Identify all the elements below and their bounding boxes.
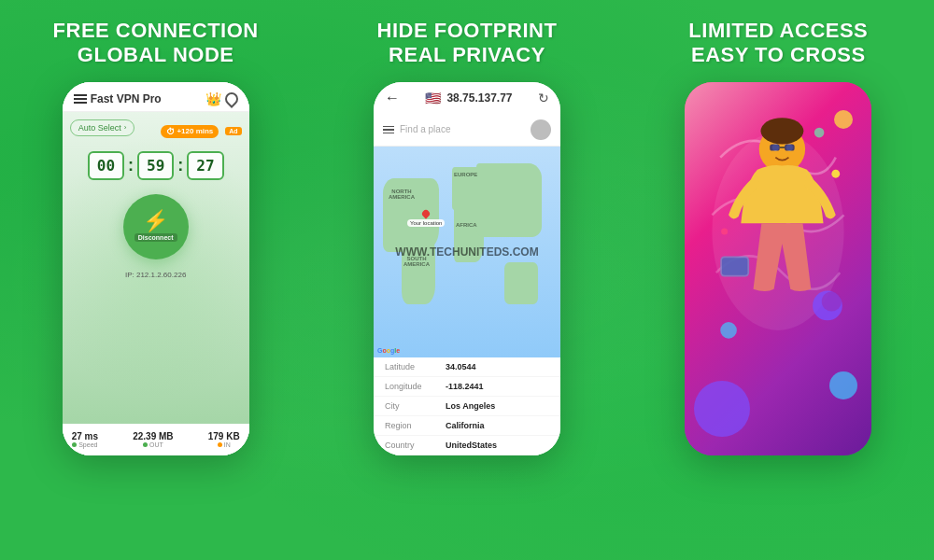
svg-point-2 xyxy=(761,118,804,144)
right-title: LIMITED ACCESS EASY TO CROSS xyxy=(688,19,868,68)
svg-rect-5 xyxy=(770,144,780,150)
flag-ip-row: 🇺🇸 38.75.137.77 xyxy=(425,91,512,105)
timer-minutes: 59 xyxy=(137,151,174,180)
country-row: Country UnitedStates xyxy=(374,436,560,455)
city-row: City Los Angeles xyxy=(374,397,560,416)
back-arrow-icon[interactable]: ← xyxy=(385,90,400,106)
hamburger-icon[interactable] xyxy=(74,94,87,104)
svg-point-11 xyxy=(822,291,842,311)
south-america-label: SOUTHAMERICA xyxy=(403,256,430,267)
south-america-land xyxy=(402,241,435,304)
left-title: FREE CONNECTION GLOBAL NODE xyxy=(53,19,259,68)
speed-indicator-dot xyxy=(72,442,77,447)
ip-display: 38.75.137.77 xyxy=(446,91,512,105)
region-key: Region xyxy=(385,421,446,430)
stat-speed: 27 ms Speed xyxy=(72,431,98,448)
north-america-label: NORTHAMERICA xyxy=(389,189,415,200)
vpn-app: Fast VPN Pro 👑 Auto Select › xyxy=(63,82,249,455)
right-phone-illustration xyxy=(685,82,871,455)
country-value: UnitedStates xyxy=(446,441,497,450)
vpn-header: Fast VPN Pro 👑 xyxy=(63,82,249,112)
vpn-footer-stats: 27 ms Speed 22.39 MB OUT xyxy=(63,424,249,455)
map-view: NORTHAMERICA SOUTHAMERICA EUROPE AFRICA … xyxy=(374,147,560,357)
crown-icon: 👑 xyxy=(205,91,221,106)
column-left: FREE CONNECTION GLOBAL NODE Fast VPN Pro… xyxy=(0,0,311,560)
europe-label: EUROPE xyxy=(454,172,477,177)
stat-in: 179 KB IN xyxy=(208,431,240,448)
latitude-value: 34.0544 xyxy=(446,362,476,371)
search-bar-inner: Find a place xyxy=(383,124,523,134)
map-phone: ← 🇺🇸 38.75.137.77 ↻ Find a place xyxy=(374,82,560,455)
timer-hours: 00 xyxy=(88,151,124,180)
latitude-key: Latitude xyxy=(385,362,446,371)
asia-land xyxy=(476,163,542,237)
right-title-line2: EASY TO CROSS xyxy=(691,43,866,66)
pin-dot xyxy=(421,208,432,218)
stat-out: 22.39 MB OUT xyxy=(133,431,173,448)
vpn-header-right: 👑 xyxy=(205,91,238,106)
city-key: City xyxy=(385,401,446,411)
svg-point-14 xyxy=(721,228,728,234)
australia-land xyxy=(504,262,538,304)
svg-rect-9 xyxy=(722,258,747,275)
your-location-label: Your location xyxy=(407,219,445,227)
map-header: ← 🇺🇸 38.75.137.77 ↻ xyxy=(374,82,560,114)
refresh-icon[interactable]: ↻ xyxy=(538,91,549,105)
svg-point-13 xyxy=(832,170,841,178)
timer-bonus-button[interactable]: ⏱ +120 mins xyxy=(161,125,219,138)
region-value: California xyxy=(446,421,485,430)
latitude-row: Latitude 34.0544 xyxy=(374,357,560,377)
disconnect-button[interactable]: ⚡ Disconnect xyxy=(123,194,189,259)
out-indicator-dot xyxy=(143,442,148,447)
auto-select-button[interactable]: Auto Select › xyxy=(70,119,135,136)
svg-rect-6 xyxy=(785,144,795,150)
longitude-value: -118.2441 xyxy=(446,382,484,391)
search-bar: Find a place xyxy=(374,114,560,147)
city-value: Los Angeles xyxy=(446,401,495,411)
svg-point-15 xyxy=(814,128,825,138)
person-illustration xyxy=(703,91,853,371)
deco-circle-2 xyxy=(829,371,857,399)
menu-icon[interactable] xyxy=(383,126,394,134)
left-title-line1: FREE CONNECTION xyxy=(53,19,259,42)
location-data-table: Latitude 34.0544 Longitude -118.2441 Cit… xyxy=(374,357,560,455)
mid-title: HIDE FOOTPRINT REAL PRIVACY xyxy=(377,19,558,68)
us-flag-icon: 🇺🇸 xyxy=(425,91,441,105)
left-phone-mockup: Fast VPN Pro 👑 Auto Select › xyxy=(63,82,249,455)
lightning-icon: ⚡ xyxy=(143,211,168,231)
in-indicator-dot xyxy=(218,442,222,447)
right-title-line1: LIMITED ACCESS xyxy=(688,19,868,42)
search-placeholder-text: Find a place xyxy=(400,124,450,134)
timer-seconds: 27 xyxy=(187,151,223,180)
right-phone-mockup xyxy=(685,82,871,455)
country-key: Country xyxy=(385,441,446,450)
longitude-row: Longitude -118.2441 xyxy=(374,377,560,397)
vpn-app-title: Fast VPN Pro xyxy=(91,92,162,105)
longitude-key: Longitude xyxy=(385,382,446,391)
mid-title-line1: HIDE FOOTPRINT xyxy=(377,19,558,42)
mid-phone-mockup: ← 🇺🇸 38.75.137.77 ↻ Find a place xyxy=(374,82,560,455)
main-content: FREE CONNECTION GLOBAL NODE Fast VPN Pro… xyxy=(0,0,934,560)
column-right: LIMITED ACCESS EASY TO CROSS xyxy=(623,0,934,560)
region-row: Region California xyxy=(374,416,560,436)
africa-label: AFRICA xyxy=(456,222,477,228)
location-pin: Your location xyxy=(407,210,445,227)
column-mid: HIDE FOOTPRINT REAL PRIVACY ← 🇺🇸 38.75.1… xyxy=(311,0,622,560)
deco-circle-1 xyxy=(694,381,750,437)
mid-title-line2: REAL PRIVACY xyxy=(389,43,545,66)
left-title-line2: GLOBAL NODE xyxy=(78,43,234,66)
ip-address: IP: 212.1.2.60.226 xyxy=(125,271,186,279)
timer-display-row: 00 : 59 : 27 xyxy=(88,151,224,180)
vpn-body: Auto Select › ⏱ +120 mins Ad xyxy=(63,112,249,424)
svg-point-12 xyxy=(721,322,738,339)
location-icon[interactable] xyxy=(222,90,241,108)
user-avatar[interactable] xyxy=(531,119,551,140)
ads-badge: Ad xyxy=(225,127,241,135)
vpn-header-left: Fast VPN Pro xyxy=(74,92,162,105)
google-logo: Google xyxy=(377,347,400,354)
